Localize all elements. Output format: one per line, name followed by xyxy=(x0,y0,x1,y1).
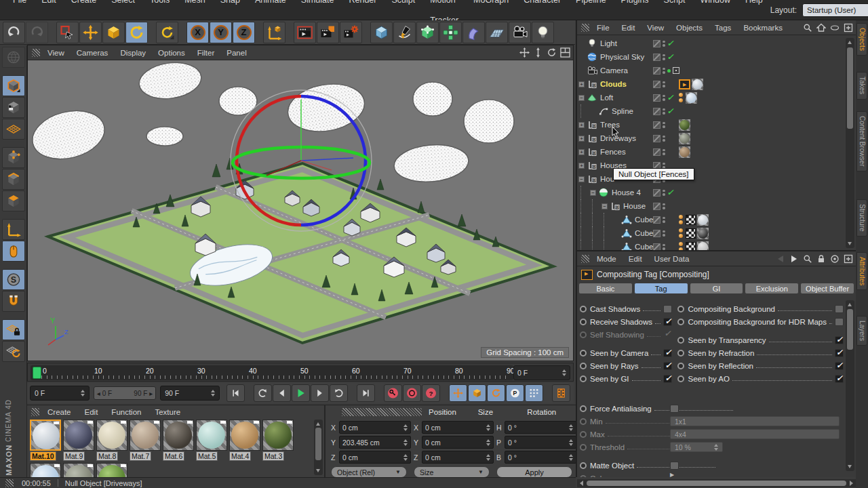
material-item-mat-9[interactable]: Mat.9 xyxy=(63,420,95,461)
menu-item-create[interactable]: Create xyxy=(41,408,78,416)
coordinate-system-button[interactable] xyxy=(263,22,285,43)
deformer-button[interactable] xyxy=(462,22,485,43)
stepper-icon[interactable] xyxy=(482,454,490,461)
stepper-icon[interactable] xyxy=(558,369,566,376)
dropdown-max[interactable]: 4x4 xyxy=(670,429,840,439)
object-scrollbar[interactable] xyxy=(846,38,854,248)
timeline-playhead[interactable] xyxy=(33,367,41,379)
keyframe-dot-icon[interactable] xyxy=(677,319,684,325)
object-row-house-4[interactable]: −House 4✓ xyxy=(577,186,846,199)
record-keyframe-button[interactable] xyxy=(384,384,402,402)
timeline-ruler[interactable]: 0102030405060708090 xyxy=(31,365,513,380)
record-rotation-button[interactable] xyxy=(487,384,505,402)
enabled-check-icon[interactable]: ✓ xyxy=(667,39,674,48)
enabled-check-icon[interactable]: ✓ xyxy=(667,52,674,62)
material-tag-icon[interactable] xyxy=(692,79,703,90)
lock-z-axis-button[interactable]: Z xyxy=(233,22,255,43)
move-tool-button[interactable] xyxy=(79,22,102,43)
frame-end-field[interactable]: 90 F xyxy=(160,386,220,401)
object-row-physical-sky[interactable]: Physical Sky✓ xyxy=(577,50,846,64)
checkbox-receive-shadows[interactable] xyxy=(663,318,672,326)
side-tab-objects[interactable]: Objects xyxy=(856,23,867,56)
checkbox-seen-by-rays[interactable] xyxy=(663,362,672,370)
keyframe-dot-icon[interactable] xyxy=(677,363,684,369)
checkbox-compositing-background-for-hdr-maps[interactable] xyxy=(835,318,844,326)
keyframe-mode-button[interactable]: ? xyxy=(422,384,440,402)
texture-tag-icon[interactable] xyxy=(686,228,696,239)
stepper-icon[interactable] xyxy=(482,439,490,446)
object-row-spline[interactable]: Spline✓ xyxy=(577,104,846,118)
visibility-dots-icon[interactable] xyxy=(663,217,665,223)
search-icon[interactable] xyxy=(803,23,812,33)
menu-item-mode[interactable]: Mode xyxy=(591,255,623,263)
object-row-cube-2[interactable]: Cube 2 xyxy=(577,240,846,251)
apply-button[interactable]: Apply xyxy=(496,466,572,478)
polygons-mode-button[interactable] xyxy=(2,190,25,211)
visibility-dots-icon[interactable] xyxy=(663,68,665,74)
coord-field-y[interactable]: 203.485 cm xyxy=(339,436,411,449)
object-row-cube-1[interactable]: Cube.1 xyxy=(577,226,846,240)
render-picture-viewer-button[interactable] xyxy=(317,22,339,43)
coord-field-h[interactable]: 0 ° xyxy=(505,421,576,434)
layer-badge-icon[interactable] xyxy=(653,243,660,251)
keyframe-dot-icon[interactable] xyxy=(580,375,587,382)
scale-tool-button[interactable] xyxy=(102,22,125,43)
menu-item-user-data[interactable]: User Data xyxy=(648,255,696,263)
expand-plus-icon[interactable]: + xyxy=(578,136,585,142)
side-tab-attributes[interactable]: Attributes xyxy=(856,252,867,290)
keyframe-dot-icon[interactable] xyxy=(580,306,587,312)
side-tab-layers[interactable]: Layers xyxy=(856,316,867,346)
checkbox-force-antialiasing[interactable] xyxy=(670,405,679,413)
material-item-mat-8[interactable]: Mat.8 xyxy=(96,420,128,461)
redo-button[interactable] xyxy=(26,22,48,43)
menu-item-file[interactable]: File xyxy=(591,24,616,32)
menu-item-options[interactable]: Options xyxy=(152,49,191,57)
lock-x-axis-button[interactable]: X xyxy=(186,22,209,43)
stepper-icon[interactable] xyxy=(207,390,215,396)
expand-plus-icon[interactable]: + xyxy=(578,81,585,87)
menu-item-tags[interactable]: Tags xyxy=(709,24,737,32)
texture-tag-icon[interactable] xyxy=(686,215,696,225)
add-panel-icon[interactable] xyxy=(844,254,853,264)
current-frame-field[interactable]: 0 F xyxy=(513,365,570,380)
material-item-mat-10[interactable]: Mat.10 xyxy=(30,420,62,461)
size-mode-dropdown[interactable]: Size▼ xyxy=(414,466,490,478)
material-item[interactable] xyxy=(96,463,128,477)
stepper-icon[interactable] xyxy=(710,444,718,451)
layer-badge-icon[interactable] xyxy=(653,216,660,224)
viewport-scene[interactable]: Y Z xyxy=(28,60,573,361)
visibility-dots-icon[interactable] xyxy=(663,54,665,60)
visibility-dots-icon[interactable] xyxy=(663,41,665,47)
expand-minus-icon[interactable]: − xyxy=(578,95,585,101)
undo-button[interactable] xyxy=(3,22,25,43)
side-tab-takes[interactable]: Takes xyxy=(856,72,867,99)
material-tag-icon[interactable] xyxy=(679,146,690,158)
material-tag-icon[interactable] xyxy=(697,241,709,252)
edges-mode-button[interactable] xyxy=(2,169,25,190)
visibility-dots-icon[interactable] xyxy=(663,244,665,250)
layer-badge-icon[interactable] xyxy=(653,94,660,102)
menu-item-edit[interactable]: Edit xyxy=(78,408,105,416)
keyframe-dot-icon[interactable] xyxy=(580,431,587,438)
dropdown-min[interactable]: 1x1 xyxy=(670,416,840,426)
stepper-icon[interactable] xyxy=(565,439,573,446)
menu-item-view[interactable]: View xyxy=(641,24,670,32)
material-scrollbar[interactable] xyxy=(314,420,323,475)
tab-basic[interactable]: Basic xyxy=(578,283,633,294)
zoom-view-icon[interactable] xyxy=(533,47,543,58)
coord-field-y[interactable]: 0 cm xyxy=(422,436,494,449)
toggle-views-icon[interactable] xyxy=(560,47,570,58)
side-tab-content-browser[interactable]: Content Browser xyxy=(856,111,867,171)
tab-exclusion[interactable]: Exclusion xyxy=(745,283,799,294)
make-editable-button[interactable] xyxy=(2,47,25,68)
tweak-mode-button[interactable] xyxy=(2,241,25,262)
layer-badge-icon[interactable] xyxy=(653,135,660,142)
record-parameter-button[interactable]: P xyxy=(506,384,524,402)
goto-start-button[interactable] xyxy=(226,384,245,402)
checkbox-seen-by-gi[interactable] xyxy=(663,375,672,383)
checkbox-seen-by-refraction[interactable] xyxy=(835,349,844,357)
texture-mode-button[interactable] xyxy=(2,97,25,118)
object-row-house[interactable]: −0House xyxy=(577,199,846,213)
autokeying-button[interactable] xyxy=(403,384,421,402)
layer-badge-icon[interactable] xyxy=(653,108,660,115)
